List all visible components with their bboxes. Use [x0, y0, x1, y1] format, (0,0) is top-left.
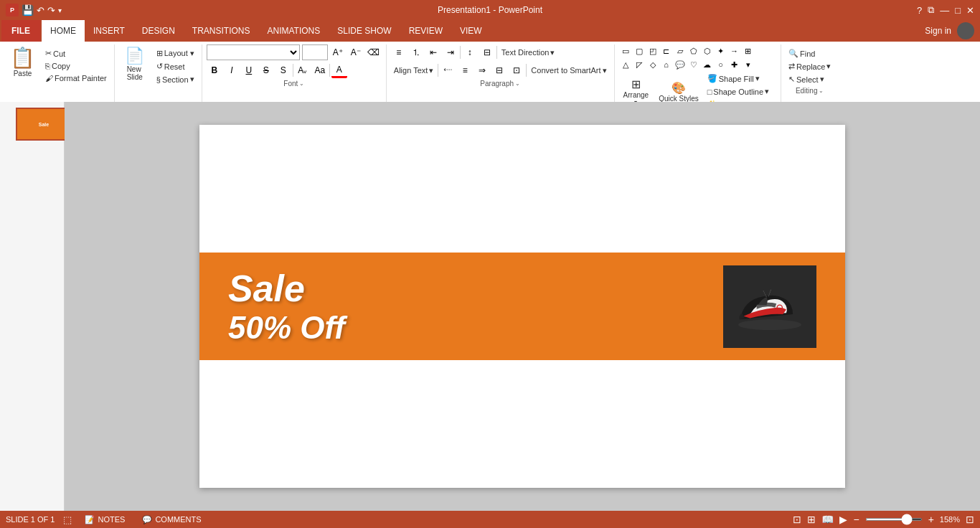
slide-sorter-button[interactable]: ⊞ — [807, 514, 816, 525]
shape-oval[interactable]: ○ — [715, 58, 727, 71]
sign-in-button[interactable]: Sign in — [925, 26, 951, 36]
shape-pentagon[interactable]: ⬠ — [687, 44, 700, 57]
slide-thumbnail-1[interactable]: Sale — [16, 108, 72, 141]
zoom-level[interactable]: 158% — [940, 515, 960, 524]
normal-view-button[interactable]: ⊡ — [793, 514, 801, 525]
maximize-button[interactable]: □ — [955, 5, 961, 16]
align-center-button[interactable]: ≡ — [457, 62, 473, 78]
shape-rect[interactable]: ▭ — [619, 44, 632, 57]
font-family-select[interactable] — [207, 44, 300, 60]
slide-view-icons[interactable]: ⬚ — [63, 514, 72, 525]
editing-group-label[interactable]: Editing ⌄ — [786, 87, 834, 95]
quick-access-toolbar[interactable]: P 💾 ↶ ↷ ▾ — [6, 4, 62, 16]
columns-button[interactable]: ⊟ — [479, 44, 495, 60]
tab-transitions[interactable]: TRANSITIONS — [184, 20, 259, 42]
tab-slideshow[interactable]: SLIDE SHOW — [329, 20, 400, 42]
tab-insert[interactable]: INSERT — [85, 20, 133, 42]
reset-button[interactable]: ↺ Reset — [154, 60, 197, 72]
shape-parallelogram[interactable]: ▱ — [674, 44, 687, 57]
shape-rtriangle[interactable]: ◸ — [633, 58, 646, 71]
shape-cylinder[interactable]: ⊏ — [660, 44, 673, 57]
help-button[interactable]: ? — [917, 5, 922, 16]
shape-heart[interactable]: ♡ — [687, 58, 700, 71]
dist-button[interactable]: ⊡ — [509, 62, 524, 78]
shape-snip[interactable]: ◰ — [646, 44, 659, 57]
save-icon[interactable]: 💾 — [22, 4, 34, 16]
justify-button[interactable]: ⊟ — [491, 62, 507, 78]
cut-button[interactable]: ✂ Cut — [42, 47, 110, 60]
user-avatar[interactable] — [957, 22, 974, 39]
shape-more[interactable]: ⊞ — [742, 44, 755, 57]
shape-expand[interactable]: ▾ — [742, 58, 755, 71]
notes-button[interactable]: 📝 NOTES — [80, 514, 129, 526]
format-painter-button[interactable]: 🖌 Format Painter — [42, 72, 110, 84]
shape-arrow[interactable]: → — [728, 44, 741, 57]
zoom-slider[interactable] — [865, 518, 923, 521]
section-button[interactable]: § Section ▾ — [154, 73, 197, 85]
shape-triangle[interactable]: △ — [619, 58, 632, 71]
clear-formatting-button[interactable]: ⌫ — [366, 44, 382, 60]
quick-styles-button[interactable]: 🎨 Quick Styles — [654, 79, 703, 105]
fit-slide-button[interactable]: ⊡ — [966, 514, 974, 525]
close-button[interactable]: ✕ — [966, 5, 974, 16]
shape-rounded[interactable]: ▢ — [633, 44, 646, 57]
shape-trapezoid[interactable]: ⌂ — [660, 58, 673, 71]
indent-decrease-button[interactable]: ⇤ — [425, 44, 441, 60]
redo-icon[interactable]: ↷ — [47, 5, 55, 16]
align-left-button[interactable]: ⬸ — [440, 62, 456, 78]
zoom-out-button[interactable]: − — [853, 514, 859, 525]
font-size-decrease-button[interactable]: A⁻ — [348, 44, 364, 60]
slide-canvas[interactable]: Sale 50% Off — [199, 125, 845, 488]
shape-cloud[interactable]: ☁ — [701, 58, 714, 71]
shape-diamond[interactable]: ◇ — [646, 58, 659, 71]
new-slide-button[interactable]: 📄 NewSlide — [119, 44, 151, 83]
tab-review[interactable]: REVIEW — [400, 20, 451, 42]
shoe-image[interactable] — [723, 265, 816, 348]
select-button[interactable]: ↖ Select ▾ — [786, 73, 834, 85]
align-text-button[interactable]: Align Text ▾ — [391, 65, 437, 77]
text-direction-button[interactable]: Text Direction ▾ — [499, 47, 558, 59]
font-color-button[interactable]: A — [331, 62, 347, 78]
change-case-button[interactable]: Aa — [312, 62, 328, 78]
convert-smartart-button[interactable]: Convert to SmartArt ▾ — [528, 65, 609, 77]
font-size-increase-button[interactable]: A⁺ — [330, 44, 346, 60]
paste-button[interactable]: 📋 Paste — [4, 44, 41, 79]
paragraph-group-label[interactable]: Paragraph ⌄ — [391, 80, 610, 88]
numbering-button[interactable]: ⒈ — [408, 44, 424, 60]
undo-icon[interactable]: ↶ — [37, 5, 44, 16]
slideshow-button[interactable]: ▶ — [839, 514, 847, 525]
replace-button[interactable]: ⇄ Replace ▾ — [786, 60, 834, 72]
reading-view-button[interactable]: 📖 — [821, 514, 834, 525]
text-shadow-button[interactable]: S — [275, 62, 291, 78]
minimize-button[interactable]: — — [940, 5, 949, 16]
shape-cross[interactable]: ✚ — [728, 58, 741, 71]
shape-star[interactable]: ✦ — [715, 44, 727, 57]
tab-design[interactable]: DESIGN — [133, 20, 184, 42]
shape-outline-button[interactable]: □ Shape Outline ▾ — [705, 85, 776, 98]
indent-increase-button[interactable]: ⇥ — [443, 44, 458, 60]
tab-view[interactable]: VIEW — [451, 20, 491, 42]
font-size-input[interactable]: 7.8 — [302, 44, 328, 60]
shape-fill-button[interactable]: 🪣 Shape Fill ▾ — [705, 72, 776, 85]
bullets-button[interactable]: ≡ — [391, 44, 407, 60]
char-spacing-button[interactable]: Aᵥ — [295, 62, 311, 78]
shape-octagon[interactable]: ⬡ — [701, 44, 714, 57]
restore-button[interactable]: ⧉ — [928, 4, 934, 16]
line-spacing-button[interactable]: ↕ — [462, 44, 478, 60]
underline-button[interactable]: U — [241, 62, 257, 78]
layout-button[interactable]: ⊞ Layout ▾ — [154, 47, 197, 60]
strikethrough-button[interactable]: S — [258, 62, 274, 78]
slide-indicator-icon[interactable]: ⬚ — [63, 514, 72, 525]
customize-icon[interactable]: ▾ — [58, 6, 62, 14]
tab-file[interactable]: FILE — [1, 20, 40, 42]
bold-button[interactable]: B — [207, 62, 222, 78]
font-group-label[interactable]: Font ⌄ — [207, 80, 382, 88]
tab-home[interactable]: HOME — [42, 20, 85, 42]
zoom-in-button[interactable]: + — [928, 514, 934, 525]
tab-animations[interactable]: ANIMATIONS — [258, 20, 329, 42]
copy-button[interactable]: ⎘ Copy — [42, 60, 110, 72]
find-button[interactable]: 🔍 Find — [786, 47, 834, 60]
shape-callout[interactable]: 💬 — [674, 58, 687, 71]
align-right-button[interactable]: ⇒ — [474, 62, 490, 78]
comments-button[interactable]: 💬 COMMENTS — [138, 514, 205, 526]
